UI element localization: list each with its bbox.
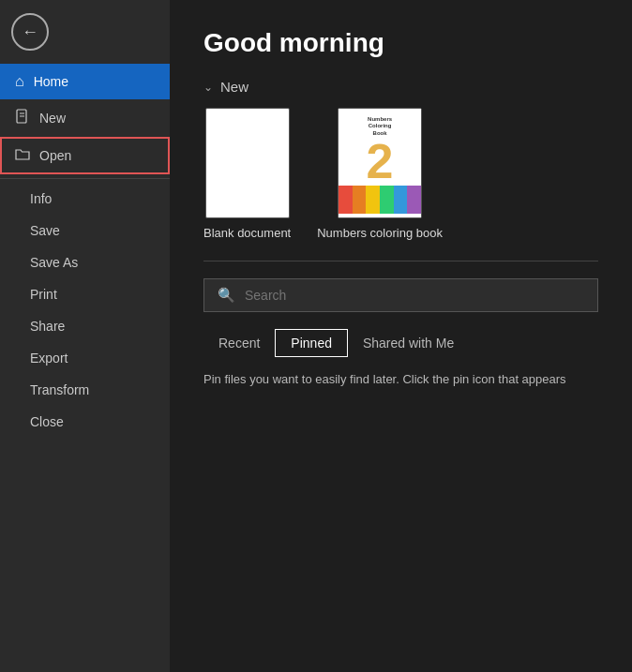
chevron-down-icon: ⌄ — [203, 81, 213, 94]
section-separator — [203, 261, 598, 261]
pinned-info-text: Pin files you want to easily find later.… — [203, 370, 598, 389]
info-label: Info — [30, 191, 52, 206]
save-label: Save — [30, 223, 60, 238]
sidebar-item-info[interactable]: Info — [0, 183, 170, 215]
back-button[interactable]: ← — [11, 13, 49, 51]
tab-pinned[interactable]: Pinned — [275, 329, 348, 357]
sidebar-item-save-as[interactable]: Save As — [0, 246, 170, 278]
share-label: Share — [30, 319, 65, 334]
sidebar-item-share[interactable]: Share — [0, 310, 170, 342]
blank-thumb — [205, 108, 290, 218]
print-label: Print — [30, 287, 57, 302]
tab-shared[interactable]: Shared with Me — [348, 330, 469, 356]
thumb-colors — [339, 186, 421, 214]
sidebar-item-print[interactable]: Print — [0, 278, 170, 310]
tab-recent[interactable]: Recent — [203, 330, 275, 356]
search-icon: 🔍 — [218, 287, 235, 304]
sidebar-item-save[interactable]: Save — [0, 215, 170, 246]
sidebar-item-new[interactable]: New — [0, 99, 170, 137]
back-icon: ← — [22, 22, 38, 42]
save-as-label: Save As — [30, 255, 78, 270]
tab-pinned-label: Pinned — [291, 336, 332, 351]
template-blank[interactable]: Blank document — [203, 108, 291, 240]
main-content: Good morning ⌄ New Blank document Number… — [170, 0, 632, 672]
tab-shared-label: Shared with Me — [363, 336, 454, 351]
new-section-label: New — [220, 79, 248, 95]
sidebar-item-label: Home — [34, 74, 68, 89]
close-label: Close — [30, 414, 64, 429]
open-folder-icon — [15, 146, 30, 165]
sidebar-item-close[interactable]: Close — [0, 406, 170, 438]
search-bar[interactable]: 🔍 — [203, 278, 598, 312]
template-numbers-coloring[interactable]: NumbersColoringBook 2 Numbers coloring b… — [317, 108, 443, 240]
transform-label: Transform — [30, 382, 89, 397]
sidebar-item-label: New — [39, 111, 66, 126]
sidebar-item-open[interactable]: Open — [0, 137, 170, 174]
sidebar-item-home[interactable]: ⌂ Home — [0, 64, 170, 99]
sidebar: ← ⌂ Home New Open Info Save Save — [0, 0, 170, 672]
sidebar-item-transform[interactable]: Transform — [0, 374, 170, 406]
sidebar-item-export[interactable]: Export — [0, 342, 170, 374]
coloring-thumb: NumbersColoringBook 2 — [338, 108, 422, 218]
coloring-label: Numbers coloring book — [317, 226, 443, 240]
tabs-row: Recent Pinned Shared with Me — [203, 329, 598, 357]
thumb-number: 2 — [367, 137, 394, 186]
templates-row: Blank document NumbersColoringBook 2 — [203, 108, 598, 240]
new-doc-icon — [15, 109, 30, 127]
thumb-nb-content: NumbersColoringBook 2 — [339, 109, 421, 217]
new-section-header: ⌄ New — [203, 79, 598, 95]
search-input[interactable] — [245, 288, 584, 303]
home-icon: ⌂ — [15, 73, 24, 90]
blank-label: Blank document — [203, 226, 291, 240]
tab-recent-label: Recent — [218, 336, 260, 351]
nav-divider — [0, 178, 170, 179]
greeting-text: Good morning — [203, 28, 598, 58]
sidebar-item-label: Open — [39, 148, 71, 163]
export-label: Export — [30, 351, 68, 366]
